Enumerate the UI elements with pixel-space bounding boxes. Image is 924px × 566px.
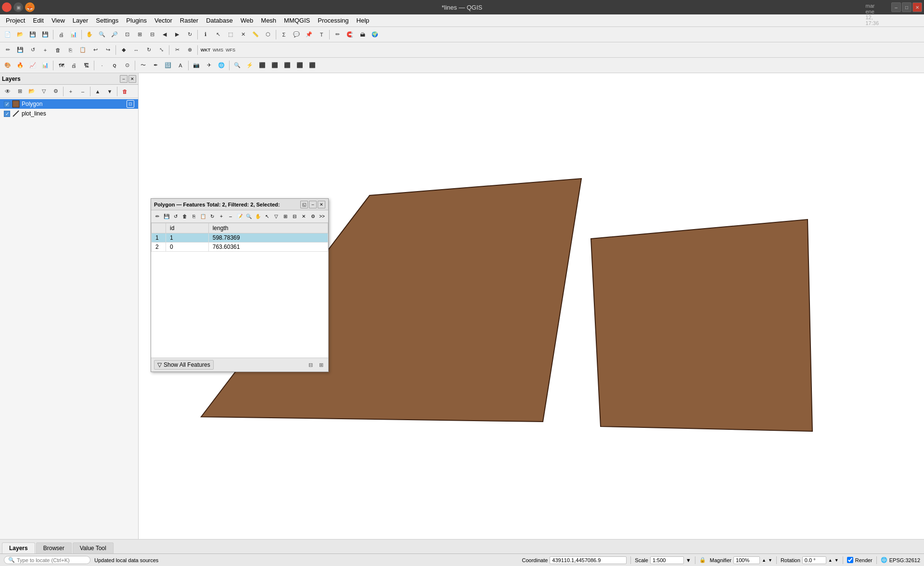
footer-minimize-icon[interactable]: ⊟ bbox=[306, 360, 315, 369]
at-zoom-sel-btn[interactable]: 🔍 bbox=[244, 212, 253, 221]
render-checkbox[interactable] bbox=[847, 557, 853, 563]
tooltip-btn[interactable]: 💬 bbox=[291, 29, 302, 40]
menu-mmqgis[interactable]: MMQGIS bbox=[280, 16, 314, 25]
globe-btn[interactable]: 🌍 bbox=[369, 29, 381, 40]
refresh-btn[interactable]: ↻ bbox=[184, 29, 195, 40]
heatmap-btn[interactable]: 🔥 bbox=[14, 60, 26, 71]
deselect-btn[interactable]: ✕ bbox=[237, 29, 249, 40]
zoom-next-btn[interactable]: ▶ bbox=[171, 29, 183, 40]
rotation-down-btn[interactable]: ▼ bbox=[834, 558, 839, 563]
at-more-btn[interactable]: >> bbox=[318, 212, 326, 221]
scale-btn[interactable]: ⤡ bbox=[155, 44, 167, 56]
measure-area-btn[interactable]: ⬡ bbox=[262, 29, 274, 40]
rotate-btn[interactable]: ↻ bbox=[143, 44, 154, 56]
zoom-selection-btn[interactable]: ⊟ bbox=[146, 29, 158, 40]
paste-feature-btn[interactable]: 📋 bbox=[77, 44, 89, 56]
show-all-features-btn[interactable]: ▽ Show All Features bbox=[154, 360, 214, 370]
statistics-btn[interactable]: Σ bbox=[278, 29, 290, 40]
at-select-btn[interactable]: ↖ bbox=[263, 212, 271, 221]
zoom-in-btn[interactable]: 🔍 bbox=[96, 29, 108, 40]
save-project-btn[interactable]: 💾 bbox=[27, 29, 38, 40]
qgis-label-btn[interactable]: Q bbox=[109, 60, 120, 71]
rotation-up-btn[interactable]: ▲ bbox=[828, 558, 833, 563]
edit-pencil-btn[interactable]: ✏ bbox=[2, 44, 13, 56]
copy-feature-btn[interactable]: ⎘ bbox=[64, 44, 76, 56]
at-delete-btn[interactable]: 🗑 bbox=[180, 212, 189, 221]
table-row[interactable]: 2 0 763.60361 bbox=[152, 243, 328, 252]
epsg-item[interactable]: 🌐 EPSG:32612 bbox=[881, 557, 920, 563]
move-btn[interactable]: ↔ bbox=[130, 44, 142, 56]
zoom-prev-btn[interactable]: ◀ bbox=[159, 29, 170, 40]
at-new-col-btn[interactable]: + bbox=[217, 212, 226, 221]
layer-item-polygon[interactable]: Polygon ⊡ bbox=[0, 99, 138, 109]
zoom-full-btn[interactable]: ⊡ bbox=[121, 29, 133, 40]
layers-up-btn[interactable]: ▲ bbox=[92, 86, 103, 97]
menu-processing[interactable]: Processing bbox=[314, 16, 352, 25]
layers-close-btn[interactable]: ✕ bbox=[128, 75, 136, 83]
pin-btn[interactable]: 📌 bbox=[303, 29, 315, 40]
layers-open-btn[interactable]: 📂 bbox=[26, 86, 38, 97]
menu-vector[interactable]: Vector bbox=[151, 16, 176, 25]
magnifier-down-btn[interactable]: ▼ bbox=[768, 558, 772, 563]
split-btn[interactable]: ✂ bbox=[171, 44, 183, 56]
menu-database[interactable]: Database bbox=[202, 16, 237, 25]
select-btn[interactable]: ↖ bbox=[212, 29, 224, 40]
undo-btn[interactable]: ↩ bbox=[90, 44, 101, 56]
layers-filter-all-btn[interactable]: ⊞ bbox=[14, 86, 26, 97]
polygon-shape-2[interactable] bbox=[591, 219, 812, 431]
merge-btn[interactable]: ⊕ bbox=[184, 44, 195, 56]
quick-print-btn[interactable]: 🖨 bbox=[68, 60, 79, 71]
tab-value-tool[interactable]: Value Tool bbox=[73, 542, 114, 553]
at-filter-btn[interactable]: ▽ bbox=[272, 212, 281, 221]
point-sample-btn[interactable]: · bbox=[96, 60, 108, 71]
menu-view[interactable]: View bbox=[48, 16, 69, 25]
attr-table-collapse-btn[interactable]: – bbox=[309, 201, 317, 208]
camera-btn[interactable]: 📷 bbox=[191, 60, 202, 71]
profile-btn[interactable]: 📈 bbox=[27, 60, 38, 71]
zoom-layer-btn[interactable]: ⊞ bbox=[134, 29, 145, 40]
tracing-btn[interactable]: 〜 bbox=[137, 60, 149, 71]
terrain-btn[interactable]: 🏔 bbox=[357, 29, 368, 40]
pan-btn[interactable]: ✋ bbox=[84, 29, 95, 40]
layers-settings-btn[interactable]: ⚙ bbox=[50, 86, 62, 97]
form-btn[interactable]: 🔢 bbox=[162, 60, 174, 71]
rollback-btn[interactable]: ↺ bbox=[27, 44, 38, 56]
coordinate-input[interactable] bbox=[550, 556, 627, 564]
col-id[interactable]: id bbox=[166, 223, 209, 233]
inspector-btn[interactable]: 🔍 bbox=[231, 60, 243, 71]
row-id-1[interactable]: 1 bbox=[166, 233, 209, 243]
layers-collapse-btn[interactable]: – bbox=[120, 75, 128, 83]
red-tool-btn[interactable]: ⬛ bbox=[257, 60, 268, 71]
menu-edit[interactable]: Edit bbox=[29, 16, 47, 25]
dark-btn[interactable]: ⬛ bbox=[294, 60, 306, 71]
menu-web[interactable]: Web bbox=[237, 16, 257, 25]
scale-dropdown-icon[interactable]: ▼ bbox=[686, 557, 691, 563]
layers-down-btn[interactable]: ▼ bbox=[104, 86, 116, 97]
at-move-sel-btn[interactable]: ⊞ bbox=[281, 212, 290, 221]
layers-add-btn[interactable]: + bbox=[65, 86, 77, 97]
print-btn[interactable]: 🖨 bbox=[55, 29, 67, 40]
menu-layer[interactable]: Layer bbox=[69, 16, 92, 25]
save-as-btn[interactable]: 💾 bbox=[39, 29, 51, 40]
annotation-btn[interactable]: T bbox=[316, 29, 327, 40]
ows-btn[interactable]: 🌐 bbox=[216, 60, 227, 71]
drone-btn[interactable]: ✈ bbox=[203, 60, 215, 71]
add-feature-btn[interactable]: + bbox=[39, 44, 51, 56]
snapping-btn[interactable]: 🧲 bbox=[344, 29, 356, 40]
at-del-col-btn[interactable]: – bbox=[226, 212, 235, 221]
wkt-btn[interactable]: WKT bbox=[200, 44, 211, 56]
layer-checkbox-polygon[interactable] bbox=[4, 101, 10, 107]
tab-browser[interactable]: Browser bbox=[36, 542, 72, 553]
layer-item-plot-lines[interactable]: plot_lines bbox=[0, 109, 138, 118]
at-settings-btn[interactable]: ⚙ bbox=[308, 212, 317, 221]
orange-btn[interactable]: ⬛ bbox=[269, 60, 281, 71]
report-btn[interactable]: 📊 bbox=[68, 29, 79, 40]
rotation-input[interactable] bbox=[802, 556, 826, 564]
3d-map-btn[interactable]: 🏗 bbox=[80, 60, 92, 71]
table-row[interactable]: 1 1 598.78369 bbox=[152, 233, 328, 243]
del-feature-btn[interactable]: 🗑 bbox=[52, 44, 64, 56]
layers-eye-btn[interactable]: 👁 bbox=[2, 86, 13, 97]
row-id-2[interactable]: 0 bbox=[166, 243, 209, 252]
profiler-btn[interactable]: ⚡ bbox=[244, 60, 256, 71]
magnifier-input[interactable] bbox=[733, 556, 760, 564]
